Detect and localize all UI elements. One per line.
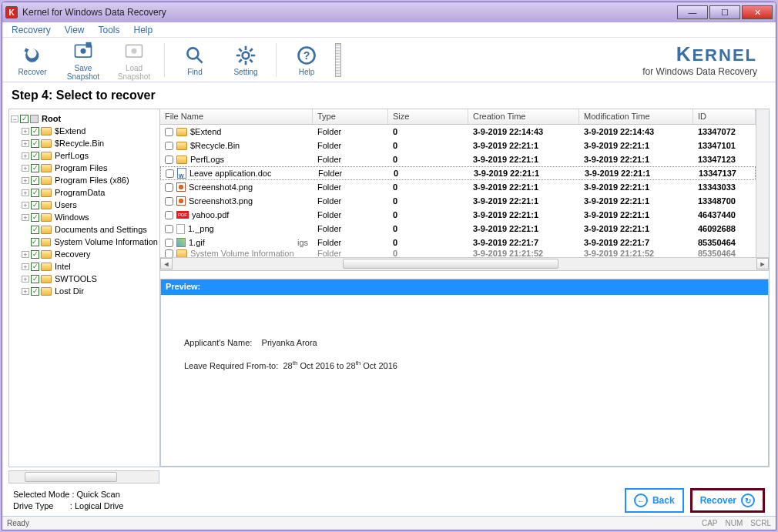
col-id[interactable]: ID [693, 109, 756, 124]
scroll-thumb[interactable] [343, 259, 558, 269]
row-checkbox[interactable] [165, 249, 173, 257]
table-row[interactable]: PerfLogsFolder03-9-2019 22:21:13-9-2019 … [160, 152, 756, 166]
back-button[interactable]: ← Back [625, 488, 684, 513]
file-size: 0 [388, 140, 468, 151]
row-checkbox[interactable] [165, 197, 173, 206]
row-checkbox[interactable] [165, 211, 173, 219]
tree-item[interactable]: +✓PerfLogs [11, 149, 158, 162]
table-row[interactable]: 1._pngFolder03-9-2019 22:21:13-9-2019 22… [160, 222, 756, 236]
recover-button[interactable]: Recover ↻ [690, 488, 765, 513]
expand-icon[interactable]: + [22, 152, 29, 159]
tree-item[interactable]: +✓Program Files [11, 162, 158, 174]
checkbox-icon[interactable]: ✓ [31, 152, 39, 160]
expand-icon[interactable]: + [22, 288, 29, 295]
checkbox-icon[interactable]: ✓ [31, 164, 39, 172]
checkbox-icon[interactable]: ✓ [31, 201, 39, 209]
toolbar-load-label: Load Snapshot [110, 64, 158, 81]
checkbox-icon[interactable]: ✓ [31, 176, 39, 185]
col-creation[interactable]: Creation Time [468, 109, 579, 124]
scroll-thumb[interactable] [25, 472, 117, 482]
expand-icon[interactable]: + [22, 189, 29, 196]
col-filename[interactable]: File Name [160, 109, 313, 124]
expand-icon[interactable]: + [22, 214, 29, 221]
title-bar[interactable]: K Kernel for Windows Data Recovery — ☐ ✕ [2, 2, 776, 22]
toolbar-find[interactable]: Find [171, 43, 219, 76]
menu-recovery[interactable]: Recovery [12, 25, 51, 35]
toolbar-recover[interactable]: Recover [8, 43, 56, 76]
row-checkbox[interactable] [165, 239, 173, 247]
tree-item[interactable]: ✓Documents and Settings [11, 223, 158, 236]
row-checkbox[interactable] [165, 128, 173, 136]
col-type[interactable]: Type [313, 109, 388, 124]
checkbox-icon[interactable]: ✓ [31, 238, 39, 246]
table-row[interactable]: PDFyahoo.pdfFolder03-9-2019 22:21:13-9-2… [160, 208, 756, 222]
col-modification[interactable]: Modification Time [579, 109, 693, 124]
menu-view[interactable]: View [65, 25, 85, 35]
svg-line-15 [250, 49, 253, 52]
toolbar-save-snapshot[interactable]: Save Snapshot [59, 39, 107, 81]
folder-tree[interactable]: − ✓ Root +✓$Extend+✓$Recycle.Bin+✓PerfLo… [9, 109, 160, 467]
tree-item[interactable]: +✓ProgramData [11, 186, 158, 199]
table-body[interactable]: $ExtendFolder03-9-2019 22:14:433-9-2019 … [160, 125, 756, 257]
folder-icon [41, 250, 52, 259]
checkbox-icon[interactable]: ✓ [31, 287, 39, 296]
expand-icon[interactable]: + [22, 251, 29, 258]
scroll-left-icon[interactable]: ◄ [160, 258, 173, 269]
tree-item[interactable]: +✓Users [11, 199, 158, 211]
table-row[interactable]: Leave application.docFolder03-9-2019 22:… [160, 166, 756, 180]
checkbox-icon[interactable]: ✓ [31, 263, 39, 271]
table-row[interactable]: $Recycle.BinFolder03-9-2019 22:21:13-9-2… [160, 139, 756, 152]
scroll-right-icon[interactable]: ► [756, 258, 769, 269]
tree-item[interactable]: +✓Recovery [11, 248, 158, 260]
checkbox-icon[interactable]: ✓ [20, 115, 29, 123]
minimize-button[interactable]: — [677, 5, 708, 19]
expand-icon[interactable]: + [22, 128, 29, 135]
expand-icon[interactable]: + [22, 165, 29, 172]
row-checkbox[interactable] [165, 156, 173, 164]
expand-icon[interactable]: + [22, 202, 29, 209]
toolbar-help[interactable]: ? Help [283, 43, 330, 76]
col-size[interactable]: Size [388, 109, 468, 124]
menu-tools[interactable]: Tools [98, 25, 119, 35]
help-icon: ? [283, 43, 330, 68]
row-checkbox[interactable] [165, 225, 173, 233]
table-row[interactable]: System Volume InformationFolder03-9-2019… [160, 249, 756, 257]
checkbox-icon[interactable]: ✓ [31, 275, 39, 283]
table-row[interactable]: 1.gifigsFolder03-9-2019 22:21:73-9-2019 … [160, 236, 756, 249]
row-checkbox[interactable] [166, 169, 174, 178]
close-button[interactable]: ✕ [742, 5, 773, 19]
table-row[interactable]: $ExtendFolder03-9-2019 22:14:433-9-2019 … [160, 125, 756, 139]
checkbox-icon[interactable]: ✓ [31, 226, 39, 234]
tree-item[interactable]: +✓$Recycle.Bin [11, 137, 158, 149]
tree-item[interactable]: +✓$Extend [11, 125, 158, 137]
checkbox-icon[interactable]: ✓ [31, 213, 39, 222]
tree-horizontal-scrollbar[interactable] [8, 470, 159, 483]
row-checkbox[interactable] [165, 183, 173, 192]
folder-icon [41, 152, 52, 160]
checkbox-icon[interactable]: ✓ [31, 127, 39, 136]
expand-icon[interactable]: + [22, 140, 29, 147]
row-checkbox[interactable] [165, 142, 173, 150]
checkbox-icon[interactable]: ✓ [31, 189, 39, 197]
expand-icon[interactable]: + [22, 263, 29, 270]
tree-item[interactable]: +✓Program Files (x86) [11, 174, 158, 186]
checkbox-icon[interactable]: ✓ [31, 250, 39, 259]
toolbar-setting[interactable]: Setting [222, 43, 270, 76]
menu-help[interactable]: Help [134, 25, 153, 35]
table-row[interactable]: Screenshot4.pngFolder03-9-2019 22:21:13-… [160, 180, 756, 194]
tree-item[interactable]: +✓Intel [11, 260, 158, 273]
checkbox-icon[interactable]: ✓ [31, 139, 39, 148]
tree-root[interactable]: − ✓ Root [11, 112, 158, 125]
toolbar-overflow-grip[interactable] [335, 43, 341, 77]
collapse-icon[interactable]: − [11, 115, 18, 122]
tree-item[interactable]: +✓SWTOOLS [11, 273, 158, 285]
tree-item[interactable]: +✓Lost Dir [11, 285, 158, 297]
table-row[interactable]: Screenshot3.pngFolder03-9-2019 22:21:13-… [160, 194, 756, 208]
tree-item[interactable]: +✓Windows [11, 211, 158, 223]
vertical-scrollbar[interactable] [756, 109, 769, 257]
horizontal-scrollbar[interactable]: ◄ ► [160, 257, 769, 270]
expand-icon[interactable]: + [22, 276, 29, 283]
expand-icon[interactable]: + [22, 177, 29, 184]
maximize-button[interactable]: ☐ [709, 5, 740, 19]
tree-item[interactable]: ✓System Volume Information [11, 236, 158, 248]
